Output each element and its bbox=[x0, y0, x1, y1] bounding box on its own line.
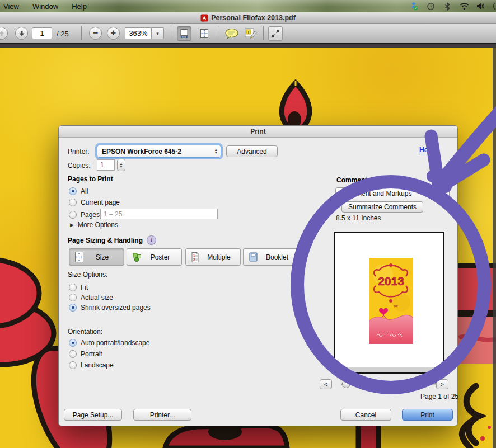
printer-label: Printer: bbox=[68, 148, 90, 155]
radio-actual-indicator[interactable] bbox=[69, 294, 77, 301]
poster-icon bbox=[132, 252, 142, 262]
booklet-icon bbox=[249, 252, 258, 262]
menu-status-area bbox=[402, 0, 496, 12]
toolbar: 1 / 25 − + 363% ▾ T bbox=[0, 24, 496, 43]
more-options-label: More Options bbox=[78, 221, 118, 229]
clipped-status-icon bbox=[492, 2, 496, 11]
summarize-comments-button[interactable]: Summarize Comments bbox=[341, 201, 423, 213]
page-setup-button[interactable]: Page Setup... bbox=[64, 409, 122, 421]
printer-settings-button[interactable]: Printer... bbox=[133, 409, 191, 421]
sizing-multiple-button[interactable]: 12 Multiple bbox=[185, 248, 241, 266]
radio-shrink-oversized[interactable]: Shrink oversized pages bbox=[69, 303, 151, 312]
time-machine-icon[interactable] bbox=[425, 2, 436, 11]
radio-pages[interactable]: Pages bbox=[69, 210, 100, 219]
radio-auto-orientation[interactable]: Auto portrait/landscape bbox=[69, 338, 149, 347]
zoom-in-button[interactable]: + bbox=[107, 27, 120, 40]
zoom-out-button[interactable]: − bbox=[89, 27, 102, 40]
sizing-booklet-label: Booklet bbox=[266, 253, 295, 261]
radio-portrait-indicator[interactable] bbox=[69, 350, 77, 358]
highlight-tool-icon[interactable]: T bbox=[242, 26, 259, 41]
window-title-bar[interactable]: Personal Filofax 2013.pdf bbox=[0, 12, 496, 24]
volume-icon[interactable] bbox=[476, 2, 486, 11]
scrolling-mode-button[interactable] bbox=[177, 26, 191, 41]
select-arrows-icon: ▲▼ bbox=[214, 149, 218, 154]
comments-forms-heading: Comments & Forms bbox=[336, 176, 400, 184]
pages-range-input[interactable]: 1 – 25 bbox=[100, 209, 218, 219]
window-title: Personal Filofax 2013.pdf bbox=[211, 14, 296, 22]
pages-to-print-heading: Pages to Print bbox=[68, 175, 113, 183]
more-options-disclosure[interactable]: ▶ More Options bbox=[70, 220, 118, 229]
menu-view[interactable]: View bbox=[0, 2, 26, 11]
sizing-size-button[interactable]: Size bbox=[69, 248, 124, 266]
screen: View Window Help bbox=[0, 0, 496, 448]
preview-next-button[interactable]: > bbox=[436, 379, 448, 389]
copies-input[interactable]: 1 bbox=[97, 159, 115, 171]
zoom-dropdown-button[interactable]: ▾ bbox=[151, 27, 164, 39]
print-preview: 2013 bbox=[334, 232, 444, 374]
dialog-title: Print bbox=[59, 126, 457, 138]
radio-fit-label: Fit bbox=[81, 284, 88, 291]
radio-current-indicator[interactable] bbox=[69, 199, 77, 206]
cancel-button[interactable]: Cancel bbox=[340, 409, 391, 421]
page-count-label: / 25 bbox=[57, 30, 69, 38]
page-number-input[interactable]: 1 bbox=[32, 27, 52, 39]
radio-portrait-label: Portrait bbox=[81, 350, 102, 358]
radio-pages-label: Pages bbox=[81, 211, 100, 219]
preview-zoom-slider[interactable] bbox=[341, 383, 441, 385]
wifi-icon[interactable] bbox=[459, 2, 469, 11]
bluetooth-icon[interactable] bbox=[442, 2, 452, 11]
radio-pages-indicator[interactable] bbox=[69, 211, 77, 219]
radio-all-indicator[interactable] bbox=[69, 187, 77, 195]
preview-artwork: 2013 bbox=[369, 258, 413, 344]
radio-current-label: Current page bbox=[81, 199, 120, 206]
radio-landscape-indicator[interactable] bbox=[69, 361, 77, 369]
radio-auto-indicator[interactable] bbox=[69, 339, 77, 347]
menu-help[interactable]: Help bbox=[65, 2, 93, 11]
zoom-level-input[interactable]: 363% bbox=[125, 27, 152, 39]
select-arrows-icon: ▲▼ bbox=[443, 191, 446, 196]
next-page-button[interactable] bbox=[15, 27, 28, 40]
comments-forms-select[interactable]: Document and Markups ▲▼ bbox=[335, 187, 450, 199]
info-icon[interactable]: i bbox=[147, 235, 156, 245]
preview-page-label: Page 1 of 25 bbox=[361, 393, 496, 400]
fit-page-button[interactable] bbox=[197, 26, 212, 41]
radio-shrink-indicator[interactable] bbox=[69, 304, 77, 312]
radio-fit-indicator[interactable] bbox=[69, 284, 77, 291]
menu-bar: View Window Help bbox=[0, 0, 496, 12]
sizing-poster-button[interactable]: Poster bbox=[127, 248, 182, 266]
dropbox-icon[interactable] bbox=[409, 2, 419, 11]
radio-all[interactable]: All bbox=[69, 186, 88, 196]
sizing-poster-label: Poster bbox=[151, 253, 178, 261]
radio-landscape[interactable]: Landscape bbox=[69, 360, 114, 370]
multiple-icon: 12 bbox=[191, 252, 200, 263]
radio-actual-size[interactable]: Actual size bbox=[69, 293, 113, 302]
radio-fit[interactable]: Fit bbox=[69, 282, 88, 292]
previous-page-button[interactable] bbox=[0, 27, 8, 40]
radio-all-label: All bbox=[81, 187, 88, 195]
document-top-strip bbox=[0, 43, 496, 48]
comment-tool-icon[interactable] bbox=[223, 26, 240, 41]
comments-forms-value: Document and Markups bbox=[340, 190, 411, 197]
print-dialog: Print Printer: EPSON WorkForce 645-2 ▲▼ … bbox=[58, 125, 458, 426]
fullscreen-icon[interactable] bbox=[268, 26, 283, 41]
pdf-app-icon bbox=[200, 14, 208, 22]
preview-prev-button[interactable]: < bbox=[320, 379, 332, 389]
printer-select-value: EPSON WorkForce 645-2 bbox=[102, 148, 181, 155]
print-button[interactable]: Print bbox=[402, 409, 453, 421]
copies-stepper[interactable]: ▲▼ bbox=[117, 159, 125, 171]
radio-current-page[interactable]: Current page bbox=[69, 197, 120, 207]
help-link[interactable]: Help bbox=[419, 146, 434, 154]
size-icon bbox=[74, 251, 84, 263]
radio-portrait[interactable]: Portrait bbox=[69, 349, 102, 359]
menu-window[interactable]: Window bbox=[26, 2, 65, 11]
page-sizing-heading: Page Sizing & Handling i bbox=[68, 235, 156, 245]
svg-text:T: T bbox=[247, 30, 250, 35]
orientation-heading: Orientation: bbox=[68, 328, 102, 336]
radio-actual-label: Actual size bbox=[81, 294, 113, 301]
preview-slider-knob[interactable] bbox=[342, 380, 350, 388]
page-sizing-heading-text: Page Sizing & Handling bbox=[68, 237, 143, 244]
advanced-button[interactable]: Advanced bbox=[226, 145, 278, 157]
disclosure-triangle-icon[interactable]: ▶ bbox=[70, 222, 74, 228]
printer-select[interactable]: EPSON WorkForce 645-2 ▲▼ bbox=[97, 145, 221, 158]
sizing-booklet-button[interactable]: Booklet bbox=[243, 248, 299, 266]
